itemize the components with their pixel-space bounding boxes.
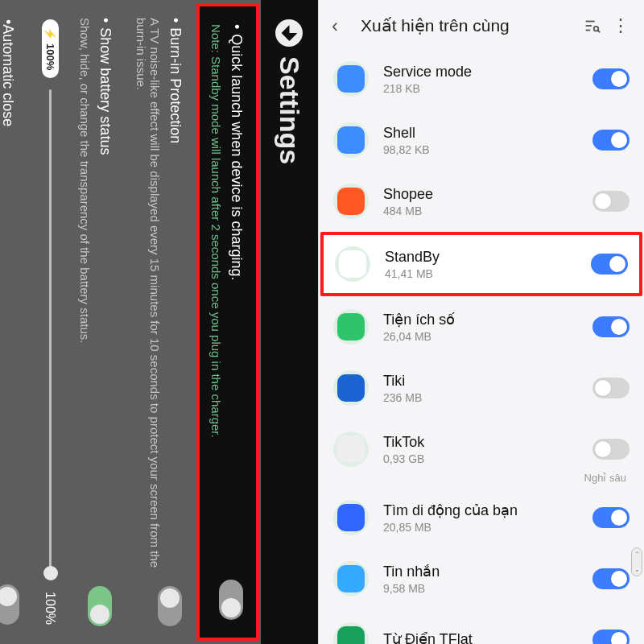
app-toggle[interactable] [592,316,630,337]
page-title: Xuất hiện trên cùng [361,16,510,35]
app-toggle[interactable] [592,378,630,398]
quick-launch-row[interactable]: •Quick launch when device is charging. N… [200,6,256,638]
burn-in-desc: A TV noise-like effect will be displayed… [134,18,162,572]
app-icon [333,431,369,467]
battery-title: Show battery status [97,27,114,155]
app-name: Tiện ích số [383,311,578,328]
quick-launch-toggle[interactable] [219,580,243,620]
auto-close-toggle[interactable] [0,584,19,625]
app-icon [333,122,369,158]
app-toggle[interactable] [592,630,630,644]
sleep-label: Nghỉ sâu [319,472,644,487]
app-size: 9,58 MB [383,582,578,595]
app-toggle[interactable] [592,191,630,212]
app-icon [333,309,369,345]
filter-search-icon[interactable] [581,15,602,36]
scroll-indicator[interactable]: ⌃⌄ [631,547,642,576]
app-row-tiki[interactable]: Tiki236 MB [319,357,644,419]
app-icon [333,61,369,97]
app-toggle[interactable] [592,507,630,528]
app-icon [333,561,369,597]
burn-in-title: Burn-in Protection [167,27,184,143]
app-name: Từ Điển TFlat [383,630,578,644]
burn-in-toggle[interactable] [158,586,182,626]
app-icon [333,370,369,406]
app-name: Service mode [383,64,578,80]
burn-in-row[interactable]: •Burn-in Protection A TV noise-like effe… [125,0,195,644]
app-row-shopee[interactable]: Shopee484 MB [319,171,644,232]
app-toggle[interactable] [592,68,630,89]
app-name: Tiki [383,373,578,390]
app-list: Service mode218 KBShell98,82 KBShopee484… [319,48,644,644]
app-size: 26,04 MB [383,330,578,343]
quick-launch-highlight: •Quick launch when device is charging. N… [196,3,259,641]
app-size: 98,82 KB [383,143,578,156]
app-row-shell[interactable]: Shell98,82 KB [319,109,644,171]
app-name: TikTok [383,434,578,451]
app-row-t-m-di-ng-c-a-b-n[interactable]: Tìm di động của bạn20,85 MB [319,487,644,548]
quick-launch-note: Note: Standby mode will launch after 2 s… [209,24,223,565]
app-name: Shell [383,125,578,142]
app-size: 20,85 MB [383,521,578,534]
app-row-ti-n-ch-s-[interactable]: Tiện ích số26,04 MB [319,296,644,357]
app-name: StandBy [385,249,576,266]
back-icon[interactable]: ‹ [332,14,353,37]
app-size: 218 KB [383,82,578,95]
app-row-standby[interactable]: StandBy41,41 MB [320,232,642,296]
auto-close-row[interactable]: •Automatic close [0,0,32,644]
app-row-tiktok[interactable]: TikTok0,93 GB [319,419,644,480]
app-icon [333,184,369,219]
battery-row[interactable]: •Show battery status Show, hide, or chan… [68,0,125,644]
app-toggle[interactable] [591,254,628,275]
battery-toggle[interactable] [88,586,112,626]
app-size: 0,93 GB [383,452,578,465]
transparency-slider[interactable] [49,89,52,580]
battery-pill: ⚡ 100% [42,19,59,78]
app-toggle[interactable] [592,130,630,151]
app-size: 484 MB [383,204,578,217]
more-icon[interactable]: ⋮ [610,15,631,36]
app-icon [333,500,369,535]
app-row-t-i-n-tflat[interactable]: Từ Điển TFlat [319,609,644,644]
app-name: Tin nhắn [383,563,578,580]
app-toggle[interactable] [592,568,630,589]
app-row-tin-nh-n[interactable]: Tin nhắn9,58 MB [319,548,644,609]
transparency-slider-row[interactable]: ⚡ 100% 100% [32,0,68,644]
battery-desc: Show, hide, or change the transparency o… [78,18,92,572]
app-logo-icon [276,19,303,47]
auto-close-title: Automatic close [1,24,17,126]
quick-launch-title: Quick launch when device is charging. [229,34,245,280]
app-name: Tìm di động của bạn [383,502,578,519]
app-name: Shopee [383,186,578,203]
settings-title: Settings [274,56,305,164]
app-size: 41,41 MB [385,267,576,280]
app-row-service-mode[interactable]: Service mode218 KB [319,48,644,109]
transparency-value: 100% [43,592,58,625]
app-toggle[interactable] [592,439,630,460]
app-icon [333,622,369,644]
svg-line-4 [597,31,600,33]
settings-header: Settings [261,0,318,644]
app-icon [335,246,370,282]
app-size: 236 MB [383,391,578,404]
